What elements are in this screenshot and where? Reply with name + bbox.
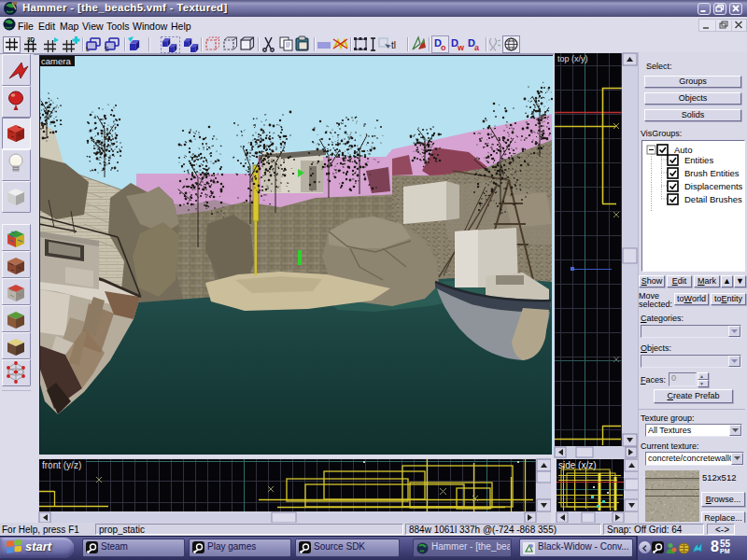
svg-text:tl: tl [391,40,396,50]
svg-text:front (y/z): front (y/z) [42,460,81,470]
svg-text:Brush Entities: Brush Entities [684,168,740,178]
svg-text:top (x/y): top (x/y) [557,54,588,63]
svg-text:L: L [86,46,90,52]
svg-text:w: w [457,43,465,52]
svg-text:S: S [105,46,109,52]
svg-text:o: o [441,43,446,52]
svg-text:3D: 3D [27,36,35,43]
svg-text:camera: camera [41,56,71,66]
svg-text:Displacements: Displacements [684,181,743,191]
svg-text:Entities: Entities [684,155,713,165]
svg-text:Auto: Auto [674,145,693,155]
svg-text:side (x/z): side (x/z) [558,460,597,470]
svg-text:Detail Brushes: Detail Brushes [684,194,742,204]
